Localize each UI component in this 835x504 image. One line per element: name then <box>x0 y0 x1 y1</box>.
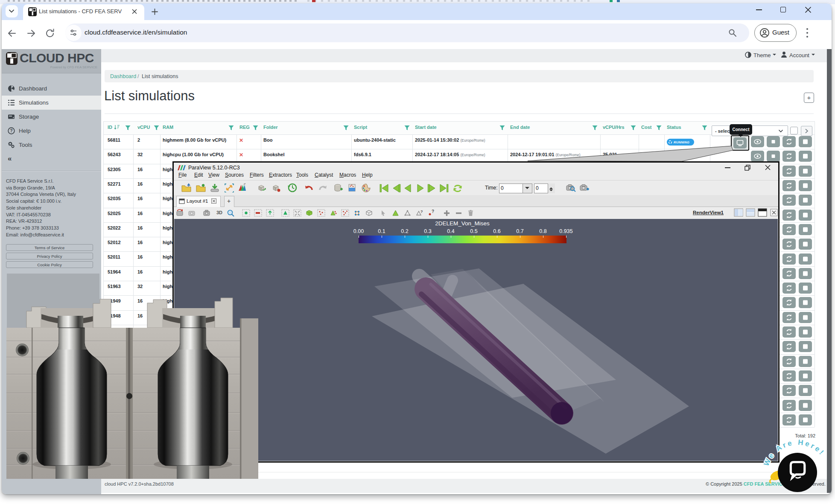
svg-text:?: ? <box>432 209 434 214</box>
svg-text:?: ? <box>420 210 423 214</box>
svg-text:?: ? <box>10 128 12 133</box>
